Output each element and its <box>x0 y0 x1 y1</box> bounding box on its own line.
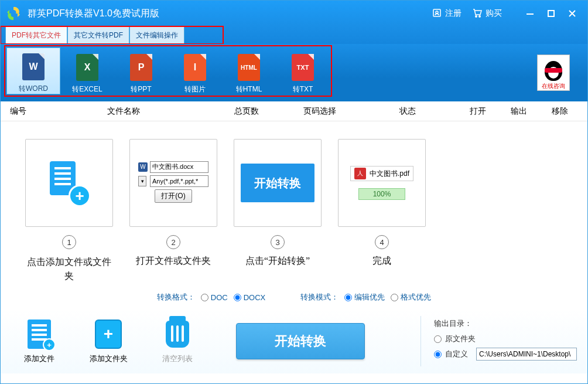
add-file-label: 添加文件 <box>24 354 54 364</box>
mock-result-file: 人中文图书.pdf <box>350 166 413 181</box>
app-title: 群英PDF转换器V1.0免费试用版 <box>28 8 421 20</box>
register-icon <box>432 8 442 20</box>
step-4-number: 4 <box>375 235 389 249</box>
convert-to-html-button[interactable]: HTML 转HTML <box>222 47 276 94</box>
svg-point-1 <box>436 11 438 13</box>
tabs-row: PDF转其它文件 其它文件转PDF 文件编辑操作 <box>1 26 587 44</box>
titlebar: 群英PDF转换器V1.0免费试用版 注册 购买 <box>1 1 587 26</box>
empty-state-steps: + 1 点击添加文件或文件夹 W ▾ 打开(O) 2 打开文件或文件夹 开始转换… <box>1 121 587 286</box>
clear-list-button[interactable]: 清空列表 <box>149 318 206 364</box>
convert-to-ppt-button[interactable]: P 转PPT <box>114 47 168 94</box>
step-3-illustration: 开始转换 <box>234 139 322 227</box>
add-folder-icon: + <box>94 318 122 350</box>
convert-format-label: 转换格式： <box>157 292 195 303</box>
mock-filename-input <box>150 161 208 173</box>
step-2-label: 打开文件或文件夹 <box>136 255 211 267</box>
clear-list-label: 清空列表 <box>162 354 193 364</box>
convert-label: 转TXT <box>293 84 313 94</box>
svg-rect-4 <box>527 13 534 15</box>
convert-label: 转EXCEL <box>72 84 102 94</box>
qq-penguin-icon <box>543 60 563 82</box>
convert-label: 转HTML <box>236 84 262 94</box>
radio-edit-priority[interactable]: 编辑优先 <box>344 292 385 303</box>
start-convert-button[interactable]: 开始转换 <box>236 323 365 359</box>
close-button[interactable] <box>562 5 583 22</box>
step-2: W ▾ 打开(O) 2 打开文件或文件夹 <box>129 139 217 267</box>
col-remove: 移除 <box>539 106 580 117</box>
maximize-button[interactable] <box>541 5 562 22</box>
svg-rect-5 <box>548 11 554 16</box>
tab-other-to-pdf[interactable]: 其它文件转PDF <box>67 26 129 44</box>
window-controls <box>519 5 583 22</box>
convert-to-txt-button[interactable]: TXT 转TXT <box>276 47 330 94</box>
col-output: 输出 <box>498 106 539 117</box>
step-4: 人中文图书.pdf 100% 4 完成 <box>338 139 426 267</box>
txt-icon: TXT <box>292 54 314 81</box>
chevron-down-icon: ▾ <box>138 176 146 186</box>
output-directory-panel: 输出目录： 原文件夹 自定义 <box>434 318 577 364</box>
svg-point-2 <box>476 15 477 16</box>
radio-same-folder[interactable]: 原文件夹 <box>434 334 577 344</box>
col-range: 页码选择 <box>282 106 358 117</box>
word-icon: W <box>22 53 45 80</box>
step-3-label: 点击“开始转换” <box>245 255 310 267</box>
radio-custom-folder[interactable]: 自定义 <box>434 348 577 361</box>
tab-label: PDF转其它文件 <box>12 30 61 40</box>
add-folder-label: 添加文件夹 <box>90 354 128 364</box>
col-open: 打开 <box>457 106 498 117</box>
register-button[interactable]: 注册 <box>432 8 461 20</box>
convert-to-excel-button[interactable]: X 转EXCEL <box>60 47 114 94</box>
add-folder-button[interactable]: + 添加文件夹 <box>80 318 136 364</box>
step-2-illustration: W ▾ 打开(O) <box>129 139 217 227</box>
convert-to-image-button[interactable]: I 转图片 <box>168 47 222 94</box>
plus-icon: + <box>69 185 91 207</box>
vertical-separator <box>421 316 421 366</box>
start-convert-label: 开始转换 <box>275 332 326 350</box>
convert-label: 转WORD <box>19 84 48 94</box>
image-icon: I <box>184 54 206 81</box>
convert-label: 转PPT <box>131 84 151 94</box>
mock-start-button: 开始转换 <box>241 164 314 202</box>
add-file-icon: + <box>25 318 53 350</box>
add-file-button[interactable]: + 添加文件 <box>11 318 67 364</box>
convert-label: 转图片 <box>184 84 206 94</box>
online-support-label: 在线咨询 <box>542 82 565 90</box>
cart-icon <box>472 8 483 20</box>
convert-to-word-button[interactable]: W 转WORD <box>6 47 60 94</box>
file-list-headers: 编号 文件名称 总页数 页码选择 状态 打开 输出 移除 <box>1 101 587 121</box>
step-4-label: 完成 <box>372 255 391 267</box>
mock-open-button: 打开(O) <box>155 189 192 203</box>
mock-progress: 100% <box>358 188 406 200</box>
conversion-toolbar: W 转WORD X 转EXCEL P 转PPT I 转图片 HTML 转HTML… <box>1 44 587 101</box>
tab-label: 其它文件转PDF <box>74 30 123 40</box>
register-label: 注册 <box>445 8 461 19</box>
radio-format-priority[interactable]: 格式优先 <box>391 292 431 303</box>
convert-mode-label: 转换模式： <box>300 292 339 303</box>
buy-label: 购买 <box>486 8 502 19</box>
step-1: + 1 点击添加文件或文件夹 <box>25 139 113 283</box>
ppt-icon: P <box>130 54 152 81</box>
html-icon: HTML <box>238 54 260 81</box>
step-2-number: 2 <box>166 235 180 249</box>
minimize-button[interactable] <box>519 5 541 22</box>
bottom-action-bar: + 添加文件 + 添加文件夹 清空列表 开始转换 输出目录： 原文件夹 自定义 <box>1 309 587 373</box>
app-logo-icon <box>5 5 22 22</box>
buy-button[interactable]: 购买 <box>472 8 502 20</box>
col-id: 编号 <box>1 106 36 117</box>
col-pages: 总页数 <box>211 106 282 117</box>
online-support-button[interactable]: 在线咨询 <box>537 55 570 91</box>
word-mini-icon: W <box>138 162 148 172</box>
trash-icon <box>163 318 192 350</box>
pdf-icon: 人 <box>354 168 366 179</box>
step-4-illustration: 人中文图书.pdf 100% <box>338 139 426 227</box>
mock-filter-input <box>150 175 208 187</box>
col-name: 文件名称 <box>36 106 211 117</box>
radio-docx[interactable]: DOCX <box>234 293 266 302</box>
step-3-number: 3 <box>271 235 285 249</box>
step-1-illustration: + <box>25 139 113 227</box>
output-path-input[interactable] <box>476 348 577 361</box>
tab-pdf-to-other[interactable]: PDF转其它文件 <box>5 26 67 44</box>
radio-doc[interactable]: DOC <box>201 293 228 302</box>
tab-file-edit[interactable]: 文件编辑操作 <box>129 26 184 44</box>
format-options-row: 转换格式： DOC DOCX 转换模式： 编辑优先 格式优先 <box>1 286 587 309</box>
